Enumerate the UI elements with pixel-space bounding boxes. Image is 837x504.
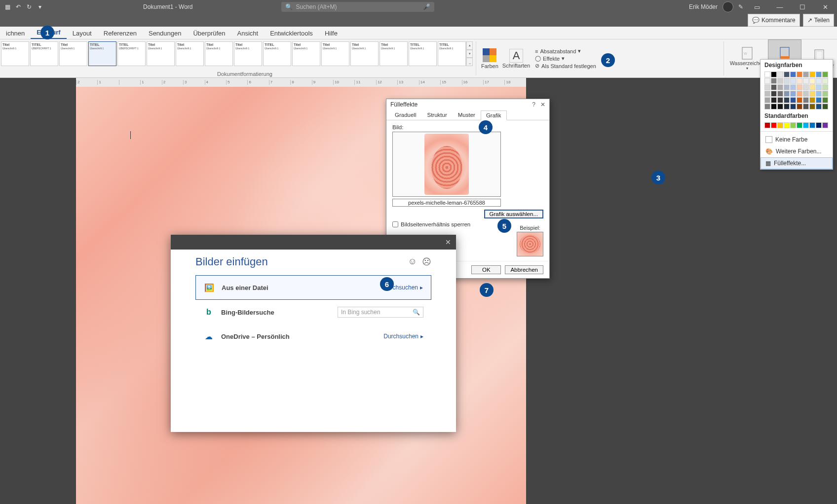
theme-thumb[interactable]: TITELÜberschrift 1: [263, 41, 291, 66]
lock-aspect-input[interactable]: [392, 221, 398, 227]
comments-button[interactable]: 💬 Kommentare: [748, 14, 800, 27]
color-swatch[interactable]: [790, 97, 796, 103]
theme-thumb[interactable]: TitelÜberschrift 1: [176, 41, 204, 66]
color-swatch[interactable]: [809, 72, 815, 77]
ruler[interactable]: 21123456789101112131415161718: [76, 78, 526, 87]
color-swatch[interactable]: [797, 97, 802, 103]
search-box[interactable]: 🔍 Suchen (Alt+M) 🎤: [281, 2, 434, 12]
onedrive-option[interactable]: ☁ OneDrive – Persönlich Durchsuchen▸: [195, 324, 431, 348]
color-swatch[interactable]: [803, 122, 809, 128]
color-swatch[interactable]: [822, 104, 828, 109]
color-swatch[interactable]: [809, 84, 815, 90]
browse-onedrive-link[interactable]: Durchsuchen▸: [383, 333, 423, 340]
color-swatch[interactable]: [797, 72, 802, 77]
tab-zeichnen[interactable]: ichnen: [0, 28, 31, 39]
theme-thumb[interactable]: TITELÜberschrift 1: [409, 41, 437, 66]
color-swatch[interactable]: [816, 91, 822, 97]
tab-struktur[interactable]: Struktur: [421, 110, 452, 120]
paragraph-spacing-button[interactable]: ≡Absatzabstand▾: [535, 48, 596, 54]
insert-close-icon[interactable]: ✕: [445, 238, 451, 246]
color-swatch[interactable]: [764, 97, 770, 103]
minimize-button[interactable]: —: [771, 0, 789, 14]
color-swatch[interactable]: [797, 91, 802, 97]
color-swatch[interactable]: [809, 97, 815, 103]
scroll-down-icon[interactable]: ▾: [466, 50, 473, 58]
color-swatch[interactable]: [771, 122, 777, 128]
mic-icon[interactable]: 🎤: [423, 3, 430, 10]
color-swatch[interactable]: [784, 104, 790, 109]
color-swatch[interactable]: [764, 91, 770, 97]
color-swatch[interactable]: [784, 91, 790, 97]
color-swatch[interactable]: [822, 84, 828, 90]
theme-thumb[interactable]: TitelÜberschrift 1: [205, 41, 233, 66]
color-swatch[interactable]: [816, 72, 822, 77]
colors-button[interactable]: Farben: [479, 39, 500, 77]
color-swatch[interactable]: [790, 78, 796, 84]
color-swatch[interactable]: [771, 91, 777, 97]
color-swatch[interactable]: [771, 97, 777, 103]
from-file-option[interactable]: 🖼️ Aus einer Datei Durchsuchen▸: [195, 275, 431, 300]
color-swatch[interactable]: [771, 84, 777, 90]
color-swatch[interactable]: [784, 72, 790, 77]
fill-effects-item[interactable]: ▦Fülleffekte...: [761, 157, 833, 169]
theme-thumb[interactable]: TitelÜberschrift 1: [147, 41, 175, 66]
color-swatch[interactable]: [771, 72, 777, 77]
set-default-button[interactable]: ⊘Als Standard festlegen: [535, 63, 596, 69]
theme-thumb[interactable]: TITELÜBERSCHRIFT 1: [30, 41, 58, 66]
color-swatch[interactable]: [809, 104, 815, 109]
theme-thumb[interactable]: TitelÜberschrift 1: [321, 41, 349, 66]
color-swatch[interactable]: [777, 122, 783, 128]
color-swatch[interactable]: [777, 104, 783, 109]
color-swatch[interactable]: [764, 72, 770, 77]
color-swatch[interactable]: [822, 78, 828, 84]
color-swatch[interactable]: [771, 104, 777, 109]
color-swatch[interactable]: [764, 104, 770, 109]
color-swatch[interactable]: [803, 104, 809, 109]
theme-thumb[interactable]: TitelÜberschrift 1: [380, 41, 408, 66]
tab-layout[interactable]: Layout: [67, 28, 98, 39]
color-swatch[interactable]: [777, 91, 783, 97]
color-swatch[interactable]: [803, 78, 809, 84]
color-swatch[interactable]: [816, 84, 822, 90]
color-swatch[interactable]: [790, 104, 796, 109]
color-swatch[interactable]: [809, 122, 815, 128]
ribbon-display-icon[interactable]: ▭: [748, 0, 766, 14]
color-swatch[interactable]: [797, 122, 802, 128]
color-swatch[interactable]: [809, 78, 815, 84]
theme-thumb[interactable]: TITELÜberschrift 1: [88, 41, 116, 66]
color-swatch[interactable]: [822, 122, 828, 128]
color-swatch[interactable]: [777, 72, 783, 77]
tab-ueberpruefen[interactable]: Überprüfen: [187, 28, 231, 39]
color-swatch[interactable]: [803, 72, 809, 77]
color-swatch[interactable]: [797, 84, 802, 90]
expand-icon[interactable]: ⎯: [466, 58, 473, 66]
effects-button[interactable]: ◯Effekte▾: [535, 55, 596, 62]
more-colors-item[interactable]: 🎨Weitere Farben...: [761, 145, 833, 157]
select-graphic-button[interactable]: Grafik auswählen...: [484, 210, 543, 218]
help-icon[interactable]: ?: [532, 101, 535, 108]
color-swatch[interactable]: [784, 78, 790, 84]
theme-thumb[interactable]: TitelÜberschrift 1: [292, 41, 320, 66]
cancel-button[interactable]: Abbrechen: [505, 265, 543, 274]
color-swatch[interactable]: [764, 122, 770, 128]
tab-grafik[interactable]: Grafik: [481, 110, 507, 120]
frown-icon[interactable]: ☹: [422, 256, 431, 267]
color-swatch[interactable]: [790, 122, 796, 128]
user-avatar[interactable]: [723, 1, 733, 12]
pen-icon[interactable]: ✎: [738, 3, 743, 10]
color-swatch[interactable]: [790, 72, 796, 77]
color-swatch[interactable]: [816, 122, 822, 128]
theme-thumb[interactable]: TitelÜberschrift 1: [1, 41, 29, 66]
fonts-button[interactable]: A Schriftarten: [500, 39, 532, 77]
tab-muster[interactable]: Muster: [453, 110, 481, 120]
bing-search-option[interactable]: b Bing-Bildersuche In Bing suchen 🔍: [195, 300, 431, 324]
color-swatch[interactable]: [816, 97, 822, 103]
color-swatch[interactable]: [803, 91, 809, 97]
tab-sendungen[interactable]: Sendungen: [143, 28, 188, 39]
color-swatch[interactable]: [822, 91, 828, 97]
save-icon[interactable]: ▦: [3, 3, 12, 10]
color-swatch[interactable]: [790, 84, 796, 90]
theme-thumb[interactable]: TITELÜberschrift 1: [438, 41, 466, 66]
color-swatch[interactable]: [803, 97, 809, 103]
bing-search-input[interactable]: In Bing suchen 🔍: [338, 307, 423, 318]
